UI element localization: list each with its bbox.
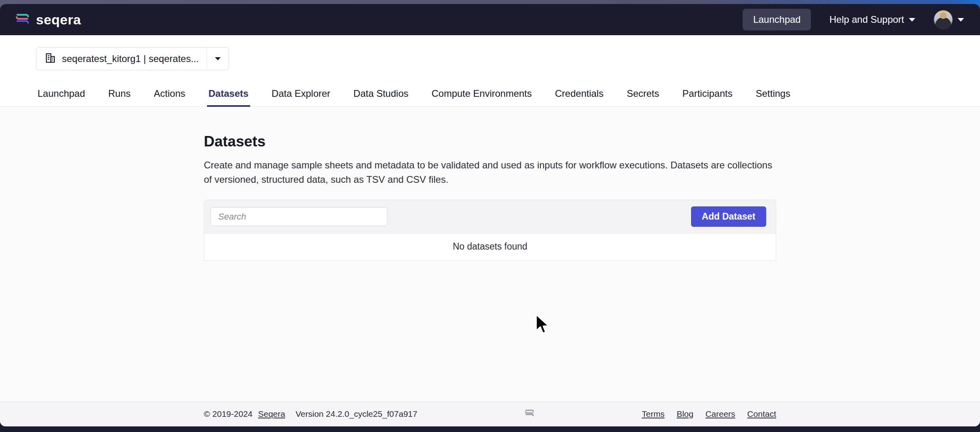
app-window: seqera Launchpad Help and Support	[0, 4, 980, 426]
add-dataset-button[interactable]: Add Dataset	[691, 206, 766, 227]
launchpad-button[interactable]: Launchpad	[743, 9, 811, 30]
workspace-tabs: Launchpad Runs Actions Datasets Data Exp…	[0, 84, 980, 107]
footer-link-terms[interactable]: Terms	[642, 409, 665, 419]
empty-state-message: No datasets found	[204, 234, 776, 261]
datasets-toolbar: Add Dataset	[204, 200, 776, 234]
seqera-logo-icon	[14, 11, 30, 28]
avatar[interactable]	[934, 10, 953, 29]
tab-data-studios[interactable]: Data Studios	[352, 84, 410, 106]
seqera-logo[interactable]: seqera	[14, 11, 81, 28]
user-menu[interactable]	[934, 10, 964, 29]
chevron-down-icon	[909, 18, 915, 22]
tab-launchpad[interactable]: Launchpad	[36, 84, 87, 106]
search-input[interactable]	[211, 207, 387, 226]
tab-secrets[interactable]: Secrets	[625, 84, 661, 106]
tab-runs[interactable]: Runs	[107, 84, 132, 106]
tab-data-explorer[interactable]: Data Explorer	[270, 84, 332, 106]
chevron-down-icon	[215, 57, 221, 60]
organization-icon	[44, 52, 56, 66]
chevron-down-icon	[958, 18, 964, 22]
workspace-selector-caret[interactable]	[207, 48, 229, 70]
tab-credentials[interactable]: Credentials	[554, 84, 605, 106]
workspace-selector-label: seqeratest_kitorg1 | seqerates...	[62, 53, 199, 64]
page-title: Datasets	[204, 133, 776, 150]
mouse-cursor	[535, 314, 552, 336]
footer-link-contact[interactable]: Contact	[747, 409, 776, 419]
page-description: Create and manage sample sheets and meta…	[204, 158, 776, 187]
footer-link-blog[interactable]: Blog	[677, 409, 693, 419]
top-navbar: seqera Launchpad Help and Support	[0, 4, 980, 35]
help-and-support-menu[interactable]: Help and Support	[829, 14, 915, 25]
seqera-footer-link[interactable]: Seqera	[258, 409, 285, 419]
help-menu-label: Help and Support	[829, 14, 904, 25]
footer: © 2019-2024 Seqera Version 24.2.0_cycle2…	[0, 401, 980, 426]
footer-link-careers[interactable]: Careers	[705, 409, 735, 419]
version-text: Version 24.2.0_cycle25_f07a917	[295, 409, 417, 419]
tab-datasets[interactable]: Datasets	[207, 84, 250, 106]
copyright-text: © 2019-2024	[204, 409, 253, 419]
logo-wordmark: seqera	[36, 12, 81, 28]
footer-logo-icon	[524, 408, 535, 420]
tab-settings[interactable]: Settings	[754, 84, 792, 106]
tab-actions[interactable]: Actions	[152, 84, 187, 106]
tab-compute-environments[interactable]: Compute Environments	[430, 84, 534, 106]
datasets-card: Add Dataset No datasets found	[204, 200, 776, 261]
workspace-selector[interactable]: seqeratest_kitorg1 | seqerates...	[36, 47, 229, 70]
workspace-header: seqeratest_kitorg1 | seqerates... Launch…	[0, 35, 980, 107]
tab-participants[interactable]: Participants	[681, 84, 734, 106]
main-content: Datasets Create and manage sample sheets…	[0, 107, 980, 401]
